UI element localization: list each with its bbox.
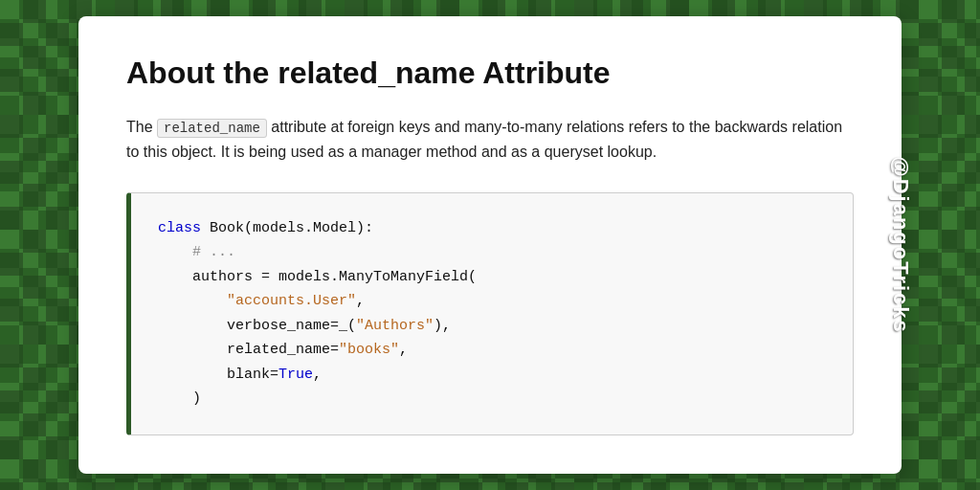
code-line-4: "accounts.User", (158, 289, 826, 314)
page-title: About the related_name Attribute (126, 55, 854, 91)
code-line-5: verbose_name=_("Authors"), (158, 314, 826, 339)
code-line-2: # ... (158, 240, 826, 265)
code-line-6: related_name="books", (158, 338, 826, 363)
inline-code-related-name: related_name (157, 119, 267, 138)
side-label: @DjangoTricks (888, 156, 913, 334)
description-text: The related_name attribute at foreign ke… (126, 115, 854, 166)
main-card: About the related_name Attribute The rel… (78, 16, 902, 473)
code-block: class Book(models.Model): # ... authors … (126, 192, 854, 435)
desc-part-1: The (126, 119, 157, 135)
code-line-1: class Book(models.Model): (158, 216, 826, 241)
code-line-3: authors = models.ManyToManyField( (158, 265, 826, 290)
code-line-8: ) (158, 387, 826, 412)
code-line-7: blank=True, (158, 363, 826, 388)
